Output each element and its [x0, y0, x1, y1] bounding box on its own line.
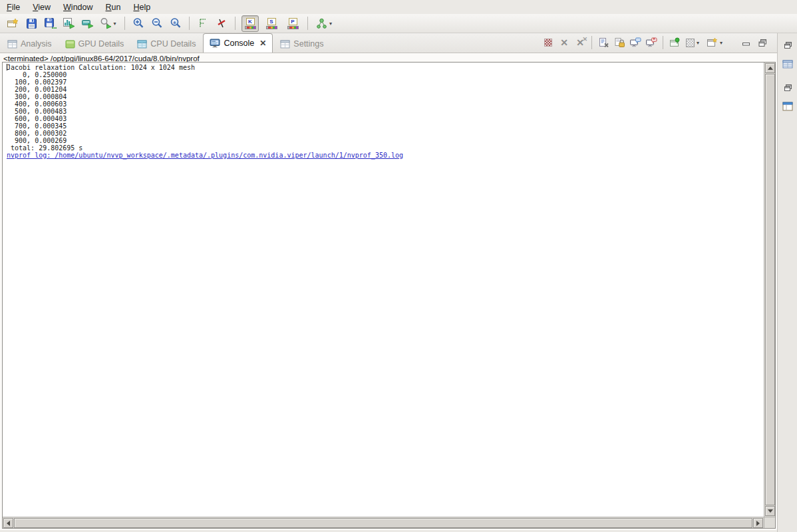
settings-tab-icon: [280, 40, 290, 49]
console-line: 700, 0.000345: [7, 122, 763, 130]
display-console-caret[interactable]: ▾: [695, 40, 701, 46]
maximize-icon: [758, 39, 768, 47]
text-caret: [7, 64, 7, 70]
kernel-color-bar: [245, 26, 256, 29]
restore-view-button[interactable]: [778, 37, 797, 53]
run-application-icon: [81, 17, 94, 29]
tab-settings[interactable]: Settings: [274, 35, 329, 53]
run-application-button[interactable]: [79, 15, 95, 31]
open-console-icon: [707, 37, 718, 48]
show-stderr-button[interactable]: *: [645, 36, 658, 49]
maximize-view-button[interactable]: [756, 36, 769, 49]
generate-timeline-button[interactable]: [61, 15, 77, 31]
run-analysis-button[interactable]: ▾: [313, 15, 336, 31]
tab-console[interactable]: Console ✕: [203, 33, 273, 53]
stream-toggle-button[interactable]: S: [263, 15, 280, 32]
zoom-in-button[interactable]: [130, 15, 146, 31]
tab-gpu-details[interactable]: GPU Details: [59, 35, 130, 53]
remove-launch-button[interactable]: ✕: [558, 36, 571, 49]
console-view: <terminated> /opt/pgi/linux86-64/2017/cu…: [0, 53, 777, 530]
show-stdout-button[interactable]: [629, 36, 642, 49]
console-line: 0, 0.250000: [7, 71, 763, 78]
examine-values-button[interactable]: ▾: [98, 15, 119, 31]
display-selected-console-button[interactable]: ▾: [684, 36, 703, 49]
menu-help[interactable]: Help: [132, 1, 156, 13]
green-flag-icon: [198, 18, 208, 29]
show-stderr-icon: *: [645, 37, 657, 48]
minimize-icon: [742, 39, 751, 47]
console-tab-icon: [210, 39, 220, 48]
minimized-table-view-button[interactable]: [778, 56, 797, 72]
scrollbar-corner: [764, 517, 775, 528]
examine-dropdown-caret[interactable]: ▾: [112, 21, 118, 27]
stream-color-bar: [266, 26, 277, 29]
console-line: 900, 0.000269: [7, 137, 763, 144]
console-toolbar-separator: [663, 36, 663, 49]
save-icon: [26, 18, 37, 29]
scroll-down-button[interactable]: [765, 506, 775, 516]
restore-view-button[interactable]: [778, 80, 797, 96]
restore-view-icon: [784, 84, 792, 92]
minimize-view-button[interactable]: [740, 36, 753, 49]
gpu-details-tab-icon: [65, 40, 75, 49]
process-letter: P: [289, 18, 297, 25]
tab-cpu-details[interactable]: CPU Details: [131, 35, 202, 53]
save-button[interactable]: [23, 15, 39, 31]
toolbar-separator: [189, 17, 190, 30]
minimized-panel-view-button[interactable]: [778, 98, 797, 114]
zoom-fit-button[interactable]: ±: [168, 15, 184, 31]
menu-view[interactable]: View: [31, 1, 57, 13]
horizontal-scrollbar[interactable]: [3, 517, 764, 528]
horizontal-scroll-thumb[interactable]: [14, 518, 752, 528]
clear-console-button[interactable]: [597, 36, 610, 49]
process-toggle-button[interactable]: P: [284, 15, 301, 32]
vertical-scrollbar[interactable]: [764, 63, 775, 517]
remove-all-launches-button[interactable]: ✕ ✕: [573, 36, 587, 49]
scroll-lock-button[interactable]: [613, 36, 626, 49]
table-view-icon: [782, 60, 793, 68]
console-text-area[interactable]: Jacobi relaxation Calculation: 1024 x 10…: [2, 62, 776, 529]
new-session-button[interactable]: [5, 15, 21, 31]
analysis-dropdown-caret[interactable]: ▾: [328, 21, 333, 27]
zoom-in-icon: [132, 17, 145, 30]
zoom-fit-icon: ±: [170, 17, 182, 30]
open-console-button[interactable]: ▾: [705, 36, 725, 49]
mark-end-button[interactable]: [214, 15, 230, 31]
close-icon[interactable]: ✕: [259, 39, 266, 48]
fast-view-bar: [777, 33, 797, 532]
toolbar-separator: [307, 17, 308, 30]
tab-analysis[interactable]: Analysis: [1, 35, 58, 53]
scroll-up-button[interactable]: [765, 63, 775, 73]
pin-console-button[interactable]: [668, 36, 681, 49]
analysis-tree-icon: [316, 18, 327, 29]
zoom-out-icon: [151, 17, 164, 30]
tab-label: Console: [224, 39, 254, 48]
menu-run[interactable]: Run: [104, 1, 127, 13]
console-line: Jacobi relaxation Calculation: 1024 x 10…: [7, 64, 763, 71]
open-console-caret[interactable]: ▾: [718, 40, 724, 46]
display-console-icon: [686, 39, 695, 47]
console-line: 100, 0.002397: [7, 78, 763, 86]
vertical-scroll-thumb[interactable]: [765, 74, 775, 505]
tab-label: Settings: [293, 39, 323, 49]
view-tab-bar: Analysis GPU Details CPU Details Console…: [0, 33, 777, 53]
arrow-right-icon: [756, 521, 760, 526]
remove-launch-icon: ✕: [560, 38, 568, 47]
arrow-down-icon: [768, 509, 773, 513]
zoom-out-button[interactable]: [149, 15, 165, 31]
menu-window[interactable]: Window: [62, 1, 98, 13]
menu-file[interactable]: File: [5, 1, 26, 13]
scroll-right-button[interactable]: [753, 518, 763, 528]
pin-console-icon: [669, 37, 681, 48]
console-toolbar: ✕ ✕ ✕: [542, 33, 777, 53]
save-all-button[interactable]: [42, 15, 58, 31]
kernel-toggle-button[interactable]: K: [241, 15, 259, 32]
toolbar-separator: [235, 17, 236, 30]
nvprof-log-link[interactable]: nvprof log: /home/ubuntu/nvvp_workspace/…: [7, 152, 763, 159]
console-toolbar-separator: [591, 36, 592, 49]
scroll-left-button[interactable]: [3, 518, 13, 528]
console-output: Jacobi relaxation Calculation: 1024 x 10…: [3, 63, 763, 516]
red-flag-icon: [216, 18, 227, 29]
arrow-left-icon: [7, 521, 10, 526]
mark-start-button[interactable]: [195, 15, 211, 31]
